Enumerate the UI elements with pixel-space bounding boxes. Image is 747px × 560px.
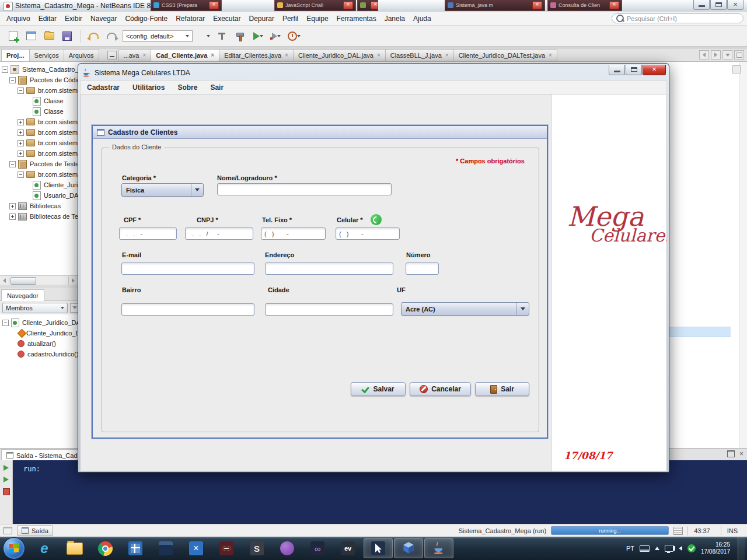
scroll-right-button[interactable] bbox=[68, 276, 78, 285]
clock[interactable]: 16:25 17/08/2017 bbox=[701, 541, 732, 556]
bairro-field[interactable] bbox=[121, 303, 254, 316]
explorer-taskbar-button[interactable] bbox=[60, 538, 89, 558]
menu-executar[interactable]: Executar bbox=[209, 13, 245, 24]
dock-tab-arquivos[interactable]: Arquivos bbox=[64, 49, 99, 61]
close-icon[interactable]: × bbox=[211, 52, 214, 58]
app-titlebar[interactable]: Sistema Mega Celulares LTDA bbox=[80, 65, 667, 80]
menu-perfil[interactable]: Perfil bbox=[278, 13, 302, 24]
tree-expander[interactable] bbox=[2, 66, 8, 73]
tree-expander[interactable] bbox=[9, 214, 16, 220]
close-icon[interactable] bbox=[371, 1, 378, 9]
volume-icon[interactable] bbox=[679, 546, 682, 551]
editor-tab[interactable]: ...ava× bbox=[118, 49, 152, 61]
rerun-icon[interactable] bbox=[4, 465, 9, 471]
sair-button[interactable]: Sair bbox=[475, 382, 529, 396]
menu-ajuda[interactable]: Ajuda bbox=[409, 13, 435, 24]
combo-arrow-button[interactable] bbox=[191, 184, 203, 196]
menu-janela[interactable]: Janela bbox=[381, 13, 409, 24]
close-icon[interactable]: × bbox=[549, 52, 552, 58]
navigator-scope-combobox[interactable]: Membros bbox=[2, 303, 68, 313]
close-icon[interactable]: × bbox=[142, 52, 146, 58]
menu-arquivo[interactable]: Arquivo bbox=[2, 13, 34, 24]
undo-button[interactable] bbox=[86, 29, 100, 43]
menu-depurar[interactable]: Depurar bbox=[245, 13, 278, 24]
tree-expander[interactable] bbox=[9, 203, 16, 209]
menu-exibir[interactable]: Exibir bbox=[61, 13, 86, 24]
menu-ferramentas[interactable]: Ferramentas bbox=[333, 13, 381, 24]
app-taskbar-button[interactable]: ev bbox=[333, 538, 362, 558]
close-icon[interactable] bbox=[343, 1, 353, 9]
app-taskbar-button[interactable]: S bbox=[242, 538, 271, 558]
tree-expander[interactable] bbox=[9, 161, 16, 167]
saida-minimized-button[interactable]: Saída bbox=[17, 525, 53, 536]
celular-field[interactable]: ( ) - bbox=[336, 228, 400, 240]
background-window[interactable]: Sistema_java m bbox=[445, 0, 545, 11]
close-icon[interactable] bbox=[609, 1, 619, 9]
app-maximize-button[interactable] bbox=[626, 65, 642, 75]
cancelar-button[interactable]: Cancelar bbox=[410, 382, 471, 396]
keyboard-icon[interactable] bbox=[640, 545, 650, 552]
close-icon[interactable]: × bbox=[377, 52, 381, 58]
categoria-combobox[interactable]: Fisica bbox=[121, 183, 204, 197]
app-taskbar-button[interactable] bbox=[212, 538, 241, 558]
menu-editar[interactable]: Editar bbox=[34, 13, 61, 24]
tree-expander[interactable] bbox=[18, 172, 24, 178]
stop-icon[interactable] bbox=[3, 488, 10, 495]
background-window[interactable] bbox=[357, 0, 378, 11]
menu-navegar[interactable]: Navegar bbox=[86, 13, 121, 24]
hidden-icons-arrow[interactable] bbox=[655, 547, 659, 550]
show-desktop-button[interactable] bbox=[738, 537, 745, 560]
minimize-button[interactable] bbox=[693, 0, 710, 10]
close-icon[interactable] bbox=[532, 1, 542, 9]
editor-tab-classebll-j[interactable]: ClasseBLL_J.java× bbox=[385, 49, 454, 61]
menu-utilitarios[interactable]: Utilitarios bbox=[126, 83, 171, 92]
clean-build-button[interactable] bbox=[215, 29, 229, 43]
build-button[interactable] bbox=[197, 29, 211, 43]
antivirus-check-icon[interactable] bbox=[687, 544, 696, 552]
minimize-group-icon[interactable] bbox=[107, 51, 117, 60]
tree-expander[interactable] bbox=[9, 77, 16, 83]
tree-expander[interactable] bbox=[18, 150, 24, 157]
maximize-icon[interactable] bbox=[727, 450, 735, 457]
netbeans-titlebar[interactable]: Sistema_Cadastro_Mega - NetBeans IDE 8.2… bbox=[0, 0, 747, 12]
editor-tab-editar-clientes[interactable]: Editar_Clientes.java× bbox=[219, 49, 294, 61]
cpf-field[interactable]: . . - bbox=[119, 228, 177, 240]
new-file-button[interactable] bbox=[6, 29, 20, 43]
menu-sobre[interactable]: Sobre bbox=[171, 83, 204, 92]
horizontal-scrollbar[interactable] bbox=[0, 275, 78, 285]
maximize-editor-button[interactable] bbox=[734, 50, 744, 60]
editor-tab-cliente-juridico-daltest[interactable]: Cliente_Juridico_DALTest.java× bbox=[453, 49, 557, 61]
profile-project-button[interactable] bbox=[287, 29, 301, 43]
editor-stripe-icon[interactable] bbox=[732, 65, 741, 74]
nome-field[interactable] bbox=[217, 183, 392, 195]
process-list-icon[interactable] bbox=[673, 527, 683, 535]
language-indicator[interactable]: PT bbox=[626, 545, 634, 552]
combo-arrow-button[interactable] bbox=[516, 303, 529, 315]
progress-bar[interactable]: running... bbox=[551, 526, 669, 535]
tel-fixo-field[interactable]: ( ) - bbox=[261, 228, 326, 240]
scroll-tabs-left-button[interactable] bbox=[699, 50, 709, 60]
menu-codigo-fonte[interactable]: Código-Fonte bbox=[121, 13, 172, 24]
tree-expander[interactable] bbox=[18, 130, 24, 136]
close-icon[interactable]: × bbox=[739, 450, 743, 457]
visual-studio-taskbar-button[interactable]: ∞ bbox=[303, 538, 332, 558]
scrollbar-thumb[interactable] bbox=[11, 277, 36, 285]
tree-expander[interactable] bbox=[18, 88, 24, 94]
scroll-left-button[interactable] bbox=[0, 276, 9, 285]
start-button[interactable] bbox=[3, 537, 25, 559]
chrome-taskbar-button[interactable] bbox=[90, 538, 120, 558]
scroll-tabs-right-button[interactable] bbox=[711, 50, 721, 60]
close-button[interactable] bbox=[727, 0, 743, 10]
virtualbox-taskbar-button[interactable] bbox=[394, 538, 423, 558]
dock-panel-icon[interactable] bbox=[4, 527, 12, 534]
email-field[interactable] bbox=[121, 262, 254, 275]
app-close-button[interactable] bbox=[643, 65, 666, 75]
tree-expander[interactable] bbox=[18, 119, 24, 125]
redo-button[interactable] bbox=[104, 29, 118, 43]
background-window[interactable]: JavaScript Criali bbox=[274, 0, 356, 11]
new-project-button[interactable] bbox=[24, 29, 38, 43]
menu-equipe[interactable]: Equipe bbox=[302, 13, 332, 24]
save-all-button[interactable] bbox=[60, 29, 74, 43]
uf-combobox[interactable]: Acre (AC) bbox=[401, 302, 529, 316]
navigator-tab[interactable]: Navegador bbox=[1, 289, 44, 301]
